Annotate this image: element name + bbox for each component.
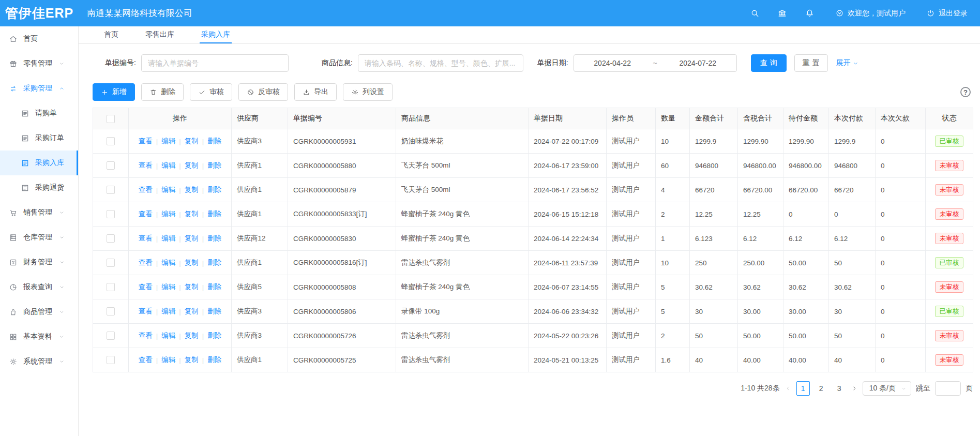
page-number-1[interactable]: 1 — [796, 381, 810, 396]
row-action-edit[interactable]: 编辑 — [161, 185, 175, 194]
sidebar-item-sales[interactable]: 销售管理 — [0, 200, 78, 225]
row-action-copy[interactable]: 复制 — [185, 209, 199, 219]
row-action-edit[interactable]: 编辑 — [161, 161, 175, 170]
row-action-view[interactable]: 查看 — [139, 161, 153, 170]
select-all-checkbox[interactable] — [107, 115, 115, 123]
doc-no-input[interactable] — [141, 54, 289, 72]
row-checkbox[interactable] — [107, 234, 115, 243]
sidebar-item-retail[interactable]: 零售管理 — [0, 51, 78, 76]
audit-button[interactable]: 审核 — [190, 83, 232, 101]
bell-icon[interactable] — [805, 8, 815, 18]
row-checkbox[interactable] — [107, 307, 115, 315]
sidebar-item-home[interactable]: 首页 — [0, 26, 78, 51]
row-action-copy[interactable]: 复制 — [185, 234, 199, 243]
row-action-view[interactable]: 查看 — [139, 137, 153, 146]
row-action-edit[interactable]: 编辑 — [161, 209, 175, 219]
sidebar-item-purchase-return[interactable]: 采购退货 — [0, 175, 78, 200]
row-action-view[interactable]: 查看 — [139, 355, 153, 365]
sidebar-item-goods[interactable]: 商品管理 — [0, 299, 78, 324]
row-checkbox[interactable] — [107, 283, 115, 291]
page-number-2[interactable]: 2 — [815, 381, 828, 396]
sidebar-item-finance[interactable]: 财务管理 — [0, 250, 78, 275]
sidebar-item-purchase[interactable]: 采购管理 — [0, 76, 78, 101]
sidebar-item-requisition[interactable]: 请购单 — [0, 101, 78, 126]
row-checkbox[interactable] — [107, 161, 115, 170]
row-action-delete[interactable]: 删除 — [207, 234, 221, 243]
sidebar-item-system[interactable]: 系统管理 — [0, 349, 78, 374]
sidebar-item-warehouse[interactable]: 仓库管理 — [0, 225, 78, 250]
row-action-delete[interactable]: 删除 — [207, 355, 221, 365]
row-action-copy[interactable]: 复制 — [185, 185, 199, 194]
row-action-edit[interactable]: 编辑 — [161, 282, 175, 292]
date-range-input[interactable]: 2024-04-22 ~ 2024-07-22 — [574, 54, 737, 72]
row-action-delete[interactable]: 删除 — [207, 209, 221, 219]
add-button[interactable]: 新增 — [93, 83, 135, 101]
next-page-icon[interactable] — [851, 385, 858, 392]
sidebar-item-purchase-order[interactable]: 采购订单 — [0, 126, 78, 151]
row-checkbox[interactable] — [107, 186, 115, 194]
reset-button[interactable]: 重置 — [794, 54, 828, 72]
row-action-delete[interactable]: 删除 — [207, 137, 221, 146]
page-size-select[interactable]: 10 条/页 — [863, 381, 911, 396]
row-action-view[interactable]: 查看 — [139, 185, 153, 194]
help-icon[interactable]: ? — [960, 87, 971, 97]
row-checkbox[interactable] — [107, 356, 115, 364]
product-info-input[interactable] — [358, 54, 523, 72]
tab-home[interactable]: 首页 — [102, 26, 120, 43]
row-action-copy[interactable]: 复制 — [185, 161, 199, 170]
row-action-copy[interactable]: 复制 — [185, 258, 199, 267]
delete-button[interactable]: 删除 — [141, 83, 184, 101]
row-action-copy[interactable]: 复制 — [185, 137, 199, 146]
logout-button[interactable]: 退出登录 — [926, 9, 968, 18]
row-action-edit[interactable]: 编辑 — [161, 234, 175, 243]
search-icon[interactable] — [750, 8, 760, 18]
query-button[interactable]: 查询 — [751, 54, 787, 72]
row-action-edit[interactable]: 编辑 — [161, 258, 175, 267]
row-action-copy[interactable]: 复制 — [185, 331, 199, 340]
tab-purchase-inbound[interactable]: 采购入库 — [200, 26, 232, 43]
prev-page-icon[interactable] — [785, 385, 792, 392]
row-action-view[interactable]: 查看 — [139, 209, 153, 219]
row-action-view[interactable]: 查看 — [139, 307, 153, 316]
cell-product: 飞天茅台 500ml — [396, 154, 529, 178]
row-action-edit[interactable]: 编辑 — [161, 307, 175, 316]
row-checkbox[interactable] — [107, 259, 115, 267]
row-action-delete[interactable]: 删除 — [207, 258, 221, 267]
bank-icon[interactable] — [777, 8, 787, 18]
row-action-edit[interactable]: 编辑 — [161, 137, 175, 146]
date-from[interactable]: 2024-04-22 — [574, 59, 651, 67]
expand-link[interactable]: 展开 — [836, 58, 859, 68]
cell-paid: 946800 — [829, 154, 876, 178]
row-action-view[interactable]: 查看 — [139, 258, 153, 267]
sidebar-item-report[interactable]: 报表查询 — [0, 275, 78, 299]
cell-tax-amount: 1299.90 — [738, 129, 783, 154]
row-action-edit[interactable]: 编辑 — [161, 355, 175, 365]
row-action-delete[interactable]: 删除 — [207, 331, 221, 340]
check-icon — [198, 88, 206, 96]
row-action-copy[interactable]: 复制 — [185, 307, 199, 316]
unaudit-button[interactable]: 反审核 — [238, 83, 288, 101]
row-action-view[interactable]: 查看 — [139, 234, 153, 243]
row-action-delete[interactable]: 删除 — [207, 307, 221, 316]
tab-retail-outbound[interactable]: 零售出库 — [144, 26, 176, 43]
export-button[interactable]: 导出 — [294, 83, 337, 101]
column-settings-button[interactable]: 列设置 — [343, 83, 393, 101]
date-to[interactable]: 2024-07-22 — [659, 59, 736, 67]
row-action-view[interactable]: 查看 — [139, 282, 153, 292]
row-action-view[interactable]: 查看 — [139, 331, 153, 340]
user-menu[interactable]: 欢迎您，测试用户 — [835, 9, 906, 18]
row-checkbox[interactable] — [107, 332, 115, 340]
row-action-edit[interactable]: 编辑 — [161, 331, 175, 340]
sidebar-item-basic-data[interactable]: 基本资料 — [0, 324, 78, 349]
jump-page-input[interactable] — [935, 381, 961, 396]
row-action-delete[interactable]: 删除 — [207, 282, 221, 292]
gear-icon — [351, 88, 359, 96]
row-checkbox[interactable] — [107, 210, 115, 218]
sidebar-item-purchase-inbound[interactable]: 采购入库 — [0, 151, 78, 175]
row-checkbox[interactable] — [107, 137, 115, 145]
row-action-delete[interactable]: 删除 — [207, 185, 221, 194]
row-action-copy[interactable]: 复制 — [185, 282, 199, 292]
row-action-delete[interactable]: 删除 — [207, 161, 221, 170]
page-number-3[interactable]: 3 — [833, 381, 846, 396]
row-action-copy[interactable]: 复制 — [185, 355, 199, 365]
